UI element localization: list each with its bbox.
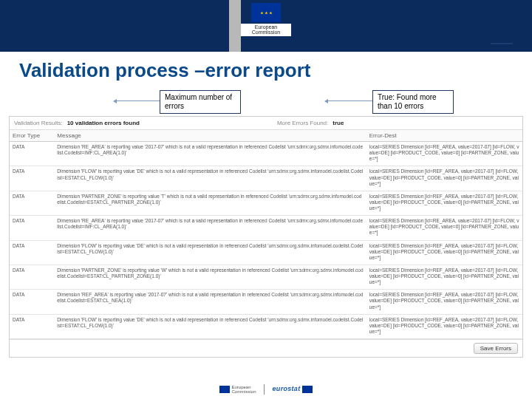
table-header-row: Error Type Message Error-Dest: [10, 130, 522, 142]
table-row: DATADimension 'RE_AREA' is reporting val…: [10, 216, 522, 240]
content-area: Validation Results: 10 validation errors…: [0, 116, 532, 358]
cell-dest: local=SERIES Dimension [id=REF_AREA, val…: [366, 191, 522, 215]
cell-dest: local=SERIES Dimension [id=RE_AREA, valu…: [366, 216, 522, 240]
table-row: DATADimension 'FLOW' is reporting value …: [10, 314, 522, 338]
cell-dest: local=SERIES Dimension [id=REF_AREA, val…: [366, 240, 522, 265]
cell-message: Dimension 'FLOW' is reporting value 'DE'…: [54, 314, 366, 338]
cell-type: DATA: [10, 290, 54, 314]
table-row: DATADimension 'PARTNER_ZONE' is reportin…: [10, 265, 522, 289]
arrow-right: [328, 100, 372, 101]
panel-footer: Save Errors: [10, 339, 522, 357]
footer-ec-line2: Commission: [232, 389, 256, 394]
banner-grey-block: [229, 0, 241, 52]
table-row: DATADimension 'RE_AREA' is reporting val…: [10, 142, 522, 166]
errors-table: Error Type Message Error-Dest DATADimens…: [10, 130, 522, 339]
cell-type: DATA: [10, 166, 54, 191]
cell-dest: local=SERIES Dimension [id=RE_AREA, valu…: [366, 142, 522, 166]
top-banner: European Commission: [0, 0, 532, 52]
col-error-type: Error Type: [10, 130, 54, 142]
panel-header: Validation Results: 10 validation errors…: [10, 117, 522, 130]
cell-type: DATA: [10, 216, 54, 240]
footer-divider: [264, 384, 265, 395]
eu-flag-mini-icon: [219, 386, 230, 393]
cell-dest: local=SERIES Dimension [id=REF_AREA, val…: [366, 314, 522, 338]
cell-message: Dimension 'RE_AREA' is reporting value '…: [54, 142, 366, 166]
cell-message: Dimension 'RE_AREA' is reporting value '…: [54, 216, 366, 240]
cell-type: DATA: [10, 240, 54, 265]
table-row: DATADimension 'PARTNER_ZONE' is reportin…: [10, 191, 522, 215]
cell-type: DATA: [10, 314, 54, 338]
ec-line2: Commission: [242, 30, 290, 35]
cell-type: DATA: [10, 265, 54, 289]
eurostat-logo-text: eurostat: [273, 385, 301, 392]
save-errors-button[interactable]: Save Errors: [474, 343, 518, 354]
col-error-dest: Error-Dest: [366, 130, 522, 142]
table-row: DATADimension 'FLOW' is reporting value …: [10, 166, 522, 191]
cell-type: DATA: [10, 142, 54, 166]
results-value: 10 validation errors found: [67, 120, 140, 126]
table-row: DATADimension 'FLOW' is reporting value …: [10, 240, 522, 265]
table-row: DATADimension 'REF_AREA' is reporting va…: [10, 290, 522, 314]
arrow-left: [117, 100, 160, 101]
cell-message: Dimension 'REF_AREA' is reporting value …: [54, 290, 366, 314]
callout-more-found: True: Found more than 10 errors: [372, 90, 454, 114]
more-errors-value: true: [332, 120, 344, 126]
cell-dest: local=SERIES Dimension [id=REF_AREA, val…: [366, 166, 522, 191]
footer-ec-text: European Commission: [232, 385, 256, 394]
cell-message: Dimension 'PARTNER_ZONE' is reporting va…: [54, 265, 366, 289]
ec-logo: European Commission: [241, 3, 291, 36]
ec-logo-text: European Commission: [241, 24, 291, 36]
ec-line1: European: [242, 24, 290, 30]
cell-dest: local=SERIES Dimension [id=REF_AREA, val…: [366, 265, 522, 289]
eu-flag-mini-icon-2: [302, 386, 313, 393]
results-label: Validation Results:: [14, 120, 63, 126]
footer: European Commission eurostat: [0, 384, 532, 395]
cell-message: Dimension 'PARTNER_ZONE' is reporting va…: [54, 191, 366, 215]
table-body: DATADimension 'RE_AREA' is reporting val…: [10, 142, 522, 339]
more-errors-label: More Errors Found:: [277, 120, 328, 126]
cell-message: Dimension 'FLOW' is reporting value 'DE'…: [54, 166, 366, 191]
cell-type: DATA: [10, 191, 54, 215]
eu-flag-icon: [251, 3, 281, 22]
col-message: Message: [54, 130, 366, 142]
callout-max-errors: Maximum number of errors: [160, 90, 241, 114]
cell-message: Dimension 'FLOW' is reporting value 'DE'…: [54, 240, 366, 265]
logo-underline: [491, 43, 513, 44]
cell-dest: local=SERIES Dimension [id=REF_AREA, val…: [366, 290, 522, 314]
slide-title: Validation process –error report: [0, 52, 532, 85]
validation-panel: Validation Results: 10 validation errors…: [9, 116, 523, 358]
